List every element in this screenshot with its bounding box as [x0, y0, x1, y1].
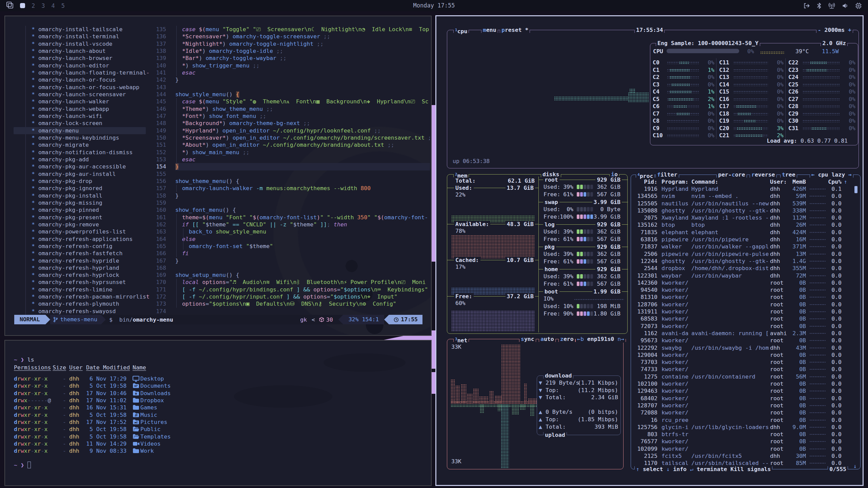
- code-buffer[interactable]: case $(menu "Toggle" "⎚ Screensaver\n☾ N…: [175, 26, 430, 315]
- cpu-box-title[interactable]: 1cpu: [453, 26, 469, 34]
- volume-icon[interactable]: [842, 2, 849, 9]
- file-picker-item[interactable]: *omarchy-launch-webapp: [5, 105, 147, 113]
- process-row[interactable]: 74733kworker/root0B0.0: [631, 366, 860, 373]
- process-row[interactable]: 2075XwaylandXwayland :1 -rootless -dhh11…: [631, 214, 860, 221]
- process-row[interactable]: 122301waybar/usr/bin/waybardhh72M0.0: [631, 272, 860, 279]
- file-picker-item[interactable]: *omarchy-migrate: [5, 141, 147, 148]
- file-picker-item[interactable]: *omarchy-refresh-hyprland: [5, 264, 147, 271]
- file-picker-item[interactable]: *omarchy-pkg-remove: [5, 221, 147, 228]
- file-picker-item[interactable]: *omarchy-launch-or-focus-webapp: [5, 84, 147, 91]
- file-picker-item[interactable]: *omarchy-pkg-drop: [5, 178, 147, 185]
- process-row[interactable]: 125756glycin-i/usr/lib/glycin-loadersdhh…: [631, 424, 860, 431]
- process-row[interactable]: 1916HyprlandHyprlanddhh426M0.1: [631, 185, 860, 192]
- btop-window[interactable]: 1cpu menu preset * 17:55:34 - 2000ms + E…: [435, 15, 864, 486]
- file-picker-item[interactable]: *omarchy-launch-screensaver: [5, 91, 147, 98]
- process-row[interactable]: 1162avahi-daavahi-daemon: running [avahi…: [631, 330, 860, 337]
- file-picker-item[interactable]: *omarchy-pkg-ignored: [5, 185, 147, 192]
- file-picker-item[interactable]: *omarchy-launch-or-focus: [5, 76, 147, 83]
- screen-share-icon[interactable]: [803, 2, 810, 9]
- clock[interactable]: Monday 17:55: [0, 2, 868, 9]
- file-picker-item[interactable]: *omarchy-refresh-plymouth: [5, 300, 147, 307]
- process-row[interactable]: 16rcu_preeroot0B0.0: [631, 416, 860, 424]
- file-picker-item[interactable]: *omarchy-launch-browser: [5, 55, 147, 62]
- process-row[interactable]: 94540kworker/root0B0.0: [631, 286, 860, 293]
- process-row[interactable]: 63816pipewire/usr/bin/pipewiredhh16M0.0: [631, 236, 860, 243]
- file-picker-item[interactable]: *omarchy-install-vscode: [5, 40, 147, 47]
- file-picker-list[interactable]: *omarchy-install-tailscale*omarchy-insta…: [5, 26, 147, 315]
- file-picker-item[interactable]: *omarchy-lock-screen: [5, 120, 147, 127]
- update-interval[interactable]: - 2000ms +: [816, 26, 853, 34]
- process-row[interactable]: 142360kworker/root0B0.0: [631, 279, 860, 286]
- file-picker-item[interactable]: *omarchy-pkg-aur-install: [5, 170, 147, 178]
- filter-button[interactable]: filter: [655, 171, 679, 178]
- file-picker-item[interactable]: *omarchy-refresh-pacman-mirrorlist: [5, 293, 147, 300]
- file-picker-item[interactable]: *omarchy-refresh-config: [5, 243, 147, 250]
- process-row[interactable]: 68583kworker/root0B0.0: [631, 315, 860, 322]
- tree-button[interactable]: tree: [780, 171, 797, 178]
- editor-window[interactable]: *omarchy-install-tailscale*omarchy-insta…: [4, 16, 432, 336]
- network-icon[interactable]: [828, 2, 835, 9]
- process-row[interactable]: 73703kworker/root0B0.0: [631, 359, 860, 366]
- file-picker-item[interactable]: *omarchy-notification-dismiss: [5, 149, 147, 156]
- file-picker-item[interactable]: *omarchy-pkg-present: [5, 214, 147, 221]
- menu-button[interactable]: menu: [481, 26, 498, 34]
- cpu-chip-icon[interactable]: [855, 2, 862, 9]
- process-row[interactable]: 128706kworker/root0B0.0: [631, 301, 860, 308]
- file-picker-item[interactable]: *omarchy-pkg-add: [5, 156, 147, 163]
- file-picker-item[interactable]: *omarchy-refresh-hyprsunset: [5, 279, 147, 286]
- process-row[interactable]: 134565nvimnvim --embed .dhh59M0.0: [631, 192, 860, 200]
- process-row[interactable]: 72073kworker/root0B0.0: [631, 323, 860, 330]
- sort-selector[interactable]: ← cpu lazy →: [810, 171, 853, 178]
- process-row[interactable]: 12244ghostty/usr/bin/ghostty --gtk-dhh1.…: [631, 258, 860, 265]
- process-row[interactable]: 129463kworker/root0B0.0: [631, 387, 860, 394]
- process-row[interactable]: 1275containe/usr/bin/containerdroot56M0.…: [631, 373, 860, 380]
- file-picker-item[interactable]: *omarchy-install-tailscale: [5, 26, 147, 33]
- file-picker-item[interactable]: *omarchy-refresh-fastfetch: [5, 250, 147, 257]
- terminal-window[interactable]: ~ ❯ ls PermissionsSizeUserDate ModifiedN…: [4, 340, 432, 486]
- net-interface[interactable]: ←b enp191s0 n→: [575, 336, 626, 343]
- file-picker-item[interactable]: *omarchy-launch-floating-terminal-: [5, 69, 147, 76]
- per-core-button[interactable]: per-core: [716, 171, 747, 178]
- process-row[interactable]: 125505nautilus/usr/bin/nautilus --newdhh…: [631, 200, 860, 207]
- net-sync-button[interactable]: sync: [519, 336, 536, 343]
- reverse-button[interactable]: reverse: [750, 171, 777, 178]
- process-row[interactable]: 122292swaybg/usr/bin/swaybg -i /homdhh43…: [631, 344, 860, 351]
- process-row[interactable]: 2544dropbox/home/dhh/.dropbox-distdhh355…: [631, 265, 860, 272]
- net-box-title[interactable]: 3net: [453, 336, 469, 343]
- process-row[interactable]: 68402kworker/root0B0.0: [631, 395, 860, 402]
- process-row[interactable]: 128707kworker/root0B0.0: [631, 402, 860, 409]
- file-picker-item[interactable]: *omarchy-pkg-missing: [5, 199, 147, 206]
- file-picker-item[interactable]: *omarchy-pkg-pinned: [5, 206, 147, 214]
- net-zero-button[interactable]: zero: [558, 336, 575, 343]
- process-row[interactable]: 131911kworker/root0B0.0: [631, 308, 860, 315]
- proc-box-title[interactable]: 4proc: [636, 171, 655, 178]
- process-row[interactable]: 81310kworker/root0B0.0: [631, 293, 860, 301]
- file-picker-item[interactable]: *omarchy-pkg-aur-accessible: [5, 163, 147, 170]
- preset-button[interactable]: preset *: [500, 26, 530, 34]
- prompt-line-2[interactable]: ~ ❯: [14, 462, 31, 468]
- process-row[interactable]: 72088kworker/root0B0.0: [631, 409, 860, 416]
- process-row[interactable]: 2125fcitx5/usr/bin/fcitx5dhh30M0.0: [631, 452, 860, 460]
- process-row[interactable]: 803btrfs-trroot0B0.0: [631, 431, 860, 438]
- process-row[interactable]: 102100kworker/root0B0.0: [631, 380, 860, 387]
- file-picker-item[interactable]: *omarchy-refresh-applications: [5, 236, 147, 243]
- process-row[interactable]: 95673kworker/root0B0.0: [631, 337, 860, 344]
- file-picker-item[interactable]: *omarchy-refresh-swayosd: [5, 308, 147, 315]
- file-picker-item[interactable]: *omarchy-install-terminal: [5, 33, 147, 40]
- file-picker-item[interactable]: *omarchy-pkg-install: [5, 192, 147, 199]
- process-row[interactable]: 102099kworker/root0B0.0: [631, 445, 860, 452]
- process-row[interactable]: 76577kworker/root0B0.0: [631, 438, 860, 445]
- file-picker-item[interactable]: *omarchy-refresh-hyprlock: [5, 271, 147, 279]
- process-row[interactable]: 71837walker/usr/bin/walker --gappldhh371…: [631, 243, 860, 250]
- file-picker-item[interactable]: *omarchy-launch-about: [5, 47, 147, 55]
- process-row[interactable]: 135088ghostty/usr/bin/ghostty --gtk-dhh3…: [631, 207, 860, 214]
- process-row[interactable]: 135162btopbtopdhh26M0.0: [631, 221, 860, 228]
- file-picker-item[interactable]: *omarchy-refresh-hypridle: [5, 257, 147, 264]
- mem-box-title[interactable]: 2mem: [453, 171, 469, 178]
- process-list[interactable]: 1916HyprlandHyprlanddhh426M0.1134565nvim…: [631, 185, 860, 467]
- file-picker-item[interactable]: *omarchy-refresh-limine: [5, 286, 147, 293]
- file-picker-item[interactable]: *omarchy-powerprofiles-list: [5, 228, 147, 235]
- file-picker-item[interactable]: *omarchy-menu-keybindings: [5, 134, 147, 141]
- process-row[interactable]: 129004kworker/root0B0.0: [631, 351, 860, 359]
- proc-scrollbar[interactable]: [854, 186, 857, 193]
